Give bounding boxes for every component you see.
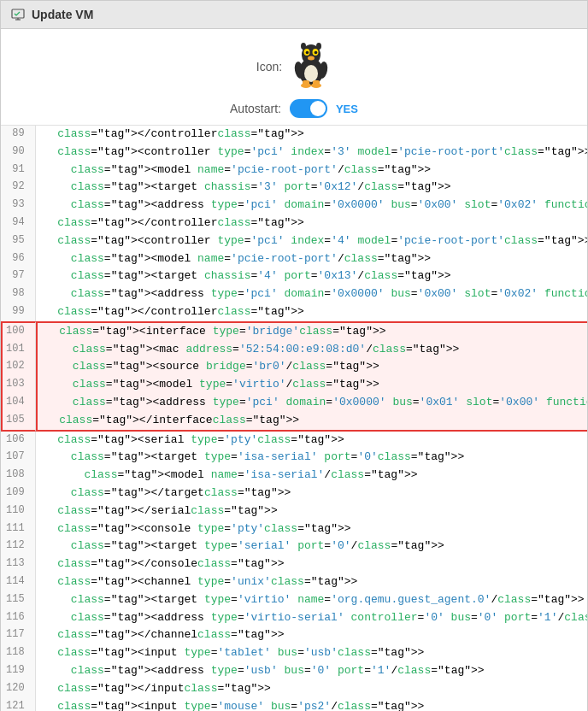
line-number: 117 bbox=[1, 626, 36, 644]
update-vm-window: Update VM Icon: bbox=[0, 0, 588, 711]
line-number: 93 bbox=[1, 197, 36, 214]
line-number: 115 bbox=[1, 591, 36, 609]
line-number: 91 bbox=[1, 162, 36, 179]
icon-row: Icon: bbox=[256, 43, 332, 91]
line-content: class="tag"></controllerclass="tag">> bbox=[36, 126, 587, 144]
svg-point-11 bbox=[301, 43, 306, 50]
line-content: class="tag"><target type='isa-serial' po… bbox=[36, 449, 587, 467]
line-content: class="tag"><controller type='pci' index… bbox=[36, 232, 587, 250]
line-number: 104 bbox=[1, 394, 36, 412]
table-row: 111 class="tag"><console type='pty'class… bbox=[1, 520, 587, 538]
line-number: 103 bbox=[1, 376, 36, 394]
line-content: class="tag"><model name='isa-serial'/cla… bbox=[36, 467, 587, 485]
line-content: class="tag"><serial type='pty'class="tag… bbox=[36, 432, 587, 450]
line-number: 97 bbox=[1, 267, 36, 285]
table-row: 110 class="tag"></serialclass="tag">> bbox=[1, 502, 587, 520]
line-content: class="tag"></targetclass="tag">> bbox=[36, 485, 587, 502]
line-number: 99 bbox=[1, 303, 36, 321]
autostart-row: Autostart: YES bbox=[230, 99, 358, 118]
line-number: 118 bbox=[1, 644, 36, 662]
line-content: class="tag"></consoleclass="tag">> bbox=[36, 555, 587, 573]
autostart-value: YES bbox=[336, 103, 358, 115]
table-row: 95 class="tag"><controller type='pci' in… bbox=[1, 232, 587, 250]
header-section: Icon: bbox=[1, 29, 587, 126]
window-title: Update VM bbox=[32, 8, 93, 21]
table-row: 89 class="tag"></controllerclass="tag">> bbox=[1, 126, 587, 144]
table-row: 120 class="tag"></inputclass="tag">> bbox=[1, 680, 587, 698]
table-row: 98 class="tag"><address type='pci' domai… bbox=[1, 285, 587, 303]
line-number: 100 bbox=[1, 321, 36, 341]
autostart-toggle[interactable] bbox=[290, 99, 327, 118]
table-row: 113 class="tag"></consoleclass="tag">> bbox=[1, 555, 587, 573]
icon-label: Icon: bbox=[256, 60, 282, 73]
table-row: 112 class="tag"><target type='serial' po… bbox=[1, 538, 587, 555]
line-content: class="tag"><channel type='unix'class="t… bbox=[36, 573, 587, 591]
line-number: 101 bbox=[1, 341, 36, 359]
line-number: 89 bbox=[1, 126, 36, 144]
table-row: 106 class="tag"><serial type='pty'class=… bbox=[1, 432, 587, 450]
line-number: 109 bbox=[1, 485, 36, 502]
code-area[interactable]: 89 class="tag"></controllerclass="tag">>… bbox=[1, 126, 587, 711]
line-number: 102 bbox=[1, 358, 36, 376]
line-content: class="tag"></interfaceclass="tag">> bbox=[36, 412, 587, 432]
table-row: 119 class="tag"><address type='usb' bus=… bbox=[1, 662, 587, 680]
table-row: 103 class="tag"><model type='virtio'/cla… bbox=[1, 376, 587, 394]
line-content: class="tag"><controller type='pci' index… bbox=[36, 144, 587, 162]
line-number: 107 bbox=[1, 449, 36, 467]
table-row: 117 class="tag"></channelclass="tag">> bbox=[1, 626, 587, 644]
table-row: 90 class="tag"><controller type='pci' in… bbox=[1, 144, 587, 162]
line-content: class="tag"><model name='pcie-root-port'… bbox=[36, 250, 587, 268]
table-row: 114 class="tag"><channel type='unix'clas… bbox=[1, 573, 587, 591]
table-row: 105 class="tag"></interfaceclass="tag">> bbox=[1, 412, 587, 432]
table-row: 92 class="tag"><target chassis='3' port=… bbox=[1, 179, 587, 197]
line-number: 105 bbox=[1, 412, 36, 432]
line-number: 114 bbox=[1, 573, 36, 591]
table-row: 118 class="tag"><input type='tablet' bus… bbox=[1, 644, 587, 662]
line-content: class="tag"><target chassis='4' port='0x… bbox=[36, 267, 587, 285]
line-number: 96 bbox=[1, 250, 36, 268]
table-row: 97 class="tag"><target chassis='4' port=… bbox=[1, 267, 587, 285]
table-row: 94 class="tag"></controllerclass="tag">> bbox=[1, 214, 587, 232]
line-content: class="tag"></controllerclass="tag">> bbox=[36, 214, 587, 232]
line-content: class="tag"><source bridge='br0'/class="… bbox=[36, 358, 587, 376]
line-content: class="tag"></serialclass="tag">> bbox=[36, 502, 587, 520]
svg-rect-16 bbox=[313, 80, 320, 86]
table-row: 121 class="tag"><input type='mouse' bus=… bbox=[1, 698, 587, 712]
line-content: class="tag"></channelclass="tag">> bbox=[36, 626, 587, 644]
line-number: 95 bbox=[1, 232, 36, 250]
line-content: class="tag"><target type='serial' port='… bbox=[36, 538, 587, 555]
table-row: 102 class="tag"><source bridge='br0'/cla… bbox=[1, 358, 587, 376]
table-row: 93 class="tag"><address type='pci' domai… bbox=[1, 197, 587, 214]
line-content: class="tag"><target type='virtio' name='… bbox=[36, 591, 587, 609]
line-number: 90 bbox=[1, 144, 36, 162]
line-number: 120 bbox=[1, 680, 36, 698]
line-content: class="tag"><console type='pty'class="ta… bbox=[36, 520, 587, 538]
svg-point-10 bbox=[308, 56, 315, 61]
vm-icon bbox=[11, 8, 25, 21]
line-content: class="tag"><address type='usb' bus='0' … bbox=[36, 662, 587, 680]
code-lines: 89 class="tag"></controllerclass="tag">>… bbox=[1, 126, 587, 711]
svg-point-9 bbox=[315, 51, 318, 55]
table-row: 96 class="tag"><model name='pcie-root-po… bbox=[1, 250, 587, 268]
table-row: 91 class="tag"><model name='pcie-root-po… bbox=[1, 162, 587, 179]
table-row: 104 class="tag"><address type='pci' doma… bbox=[1, 394, 587, 412]
line-content: class="tag"><address type='virtio-serial… bbox=[36, 609, 587, 627]
line-number: 113 bbox=[1, 555, 36, 573]
line-number: 106 bbox=[1, 432, 36, 450]
line-number: 119 bbox=[1, 662, 36, 680]
line-content: class="tag"><model name='pcie-root-port'… bbox=[36, 162, 587, 179]
title-bar: Update VM bbox=[1, 1, 587, 29]
line-content: class="tag"><address type='pci' domain='… bbox=[36, 197, 587, 214]
line-number: 112 bbox=[1, 538, 36, 555]
line-content: class="tag"></controllerclass="tag">> bbox=[36, 303, 587, 321]
svg-point-8 bbox=[306, 51, 309, 55]
table-row: 115 class="tag"><target type='virtio' na… bbox=[1, 591, 587, 609]
line-content: class="tag"><input type='mouse' bus='ps2… bbox=[36, 698, 587, 712]
table-row: 99 class="tag"></controllerclass="tag">> bbox=[1, 303, 587, 321]
table-row: 108 class="tag"><model name='isa-serial'… bbox=[1, 467, 587, 485]
table-row: 116 class="tag"><address type='virtio-se… bbox=[1, 609, 587, 627]
line-content: class="tag"><address type='pci' domain='… bbox=[36, 394, 587, 412]
line-number: 108 bbox=[1, 467, 36, 485]
line-number: 111 bbox=[1, 520, 36, 538]
table-row: 109 class="tag"></targetclass="tag">> bbox=[1, 485, 587, 502]
